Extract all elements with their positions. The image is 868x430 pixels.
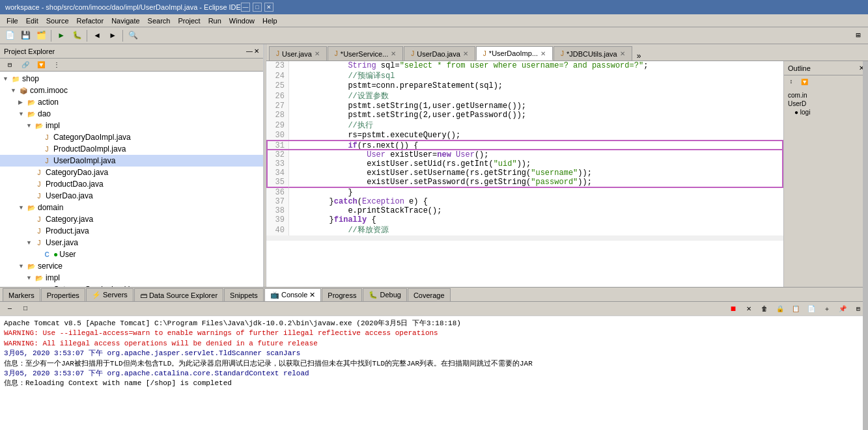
bottom-tab-servers[interactable]: ⚡ Servers (86, 288, 133, 301)
code-line-38: 38 e.printStackTrace(); (266, 206, 783, 215)
menu-help[interactable]: Help (259, 16, 281, 26)
tree-item-categorydaoimpl[interactable]: ▶ J CategoryDaoImpl.java (0, 131, 263, 143)
pe-menu-btn[interactable]: ⋮ (49, 59, 64, 72)
tree-item-productdaoimpl[interactable]: ▶ J ProductDaoImpl.java (0, 143, 263, 155)
tab-userdao[interactable]: J UserDao.java ✕ (404, 46, 475, 60)
console-copy-btn[interactable]: 📋 (789, 302, 803, 316)
console-minimize-btn[interactable]: — (3, 302, 17, 316)
menu-file[interactable]: File (3, 16, 22, 26)
outline-item-userd: UserD (787, 100, 865, 108)
tree-item-userdao[interactable]: ▶ J UserDao.java (0, 190, 263, 202)
debug-btn[interactable]: 🐛 (70, 29, 84, 42)
console-terminate-btn[interactable]: ✕ (742, 302, 756, 316)
code-editor[interactable]: 23 String sql="select * from user where … (266, 61, 783, 287)
menu-project[interactable]: Project (174, 16, 204, 26)
tab-close-userdao[interactable]: ✕ (463, 50, 468, 57)
code-line-32: 32 User existUser=new User(); (266, 150, 783, 159)
save-btn[interactable]: 💾 (18, 29, 33, 42)
bottom-tab-properties[interactable]: Properties (41, 288, 85, 301)
outline-sort-btn[interactable]: ↕ (785, 77, 797, 87)
tree-item-dao[interactable]: ▼ 📂 dao (0, 108, 263, 120)
pe-collapse-btn[interactable]: ⊟ (3, 59, 17, 72)
tree-item-user-java[interactable]: ▼ J User.java (0, 237, 263, 249)
console-info-1: 3月05, 2020 3:53:07 下午 org.apache.jasper.… (4, 349, 864, 358)
pe-filter-btn[interactable]: 🔽 (34, 59, 48, 72)
console-stop-btn[interactable]: ■ (726, 302, 740, 316)
outline-item-logi: ● logi (787, 108, 865, 116)
prev-btn[interactable]: ◀ (90, 29, 104, 42)
menu-refactor[interactable]: Refactor (73, 16, 108, 26)
console-content: Apache Tomcat v8.5 [Apache Tomcat] C:\Pr… (0, 316, 868, 430)
code-line-40: 40 //释放资源 (266, 224, 783, 235)
tree-item-service[interactable]: ▼ 📂 service (0, 260, 263, 272)
menu-source[interactable]: Source (42, 16, 73, 26)
menu-run[interactable]: Run (204, 16, 225, 26)
console-info-3: 3月05, 2020 3:53:07 下午 org.apache.catalin… (4, 369, 864, 379)
console-info-2: 信息：至少有一个JAR被扫描用于TLD但尚未包含TLD。为此记录器启用调试日志记… (4, 359, 864, 369)
outline-hide-btn[interactable]: 🔽 (798, 77, 810, 87)
code-line-30: 30 rs=pstmt.executeQuery(); (266, 131, 783, 140)
save-all-btn[interactable]: 🗂️ (34, 29, 48, 42)
window-controls: — □ ✕ (241, 3, 273, 12)
tab-close-userservice[interactable]: ✕ (391, 50, 396, 57)
tree-item-productdao[interactable]: ▶ J ProductDao.java (0, 178, 263, 190)
console-clear-btn[interactable]: 🗑 (757, 302, 772, 316)
tree-item-userdaoimpl[interactable]: ▶ J UserDaoImpl.java (0, 155, 263, 167)
outline-header: Outline ✕ (784, 61, 868, 75)
toolbar-sep1 (51, 30, 51, 42)
tab-user-java[interactable]: J User.java ✕ (269, 46, 327, 60)
tab-close-userdaoimpl[interactable]: ✕ (540, 50, 546, 57)
pe-tree: ▼ 📁 shop ▼ 📦 com.imooc ▶ 📂 action (0, 72, 263, 287)
console-toolbar: — □ ■ ✕ 🗑 🔒 📋 📄 ＋ 📌 ⊞ (0, 302, 868, 316)
tree-item-category[interactable]: ▶ J Category.java (0, 213, 263, 225)
menu-window[interactable]: Window (225, 16, 259, 26)
tree-item-user-class[interactable]: ▶ C ● User (0, 249, 263, 260)
menu-search[interactable]: Search (144, 16, 175, 26)
bottom-tab-debug[interactable]: 🐛 Debug (363, 288, 406, 301)
tree-item-action[interactable]: ▶ 📂 action (0, 96, 263, 108)
tree-item-service-impl[interactable]: ▼ 📂 impl (0, 272, 263, 284)
tree-item-domain[interactable]: ▼ 📂 domain (0, 202, 263, 213)
pe-minimize[interactable]: — (246, 47, 253, 55)
bottom-tab-markers[interactable]: Markers (3, 288, 40, 301)
tab-row: J User.java ✕ J *UserService... ✕ J User… (266, 44, 868, 61)
bottom-tab-snippets[interactable]: Snippets (224, 288, 264, 301)
search-btn[interactable]: 🔍 (126, 29, 140, 42)
run-btn[interactable]: ▶ (54, 29, 68, 42)
bottom-tab-progress[interactable]: Progress (322, 288, 362, 301)
maximize-btn[interactable]: □ (253, 3, 262, 12)
tab-userservice[interactable]: J *UserService... ✕ (328, 46, 403, 60)
tree-item-categorydao[interactable]: ▶ J CategoryDao.java (0, 167, 263, 178)
bottom-tab-coverage[interactable]: Coverage (408, 288, 451, 301)
tab-overflow[interactable]: » (633, 51, 645, 60)
next-btn[interactable]: ▶ (105, 29, 120, 42)
code-line-25: 25 pstmt=conn.prepareStatement(sql); (266, 81, 783, 90)
menu-edit[interactable]: Edit (22, 16, 42, 26)
console-new-btn[interactable]: ＋ (820, 302, 834, 316)
bottom-tab-datasource[interactable]: 🗃 Data Source Explorer (134, 288, 223, 301)
bottom-tab-console[interactable]: 📺 Console ✕ (264, 288, 321, 301)
pe-close[interactable]: ✕ (254, 47, 259, 55)
menu-navigate[interactable]: Navigate (107, 16, 143, 26)
pe-toolbar: ⊟ 🔗 🔽 ⋮ (0, 59, 263, 72)
tab-jdbcutils[interactable]: J *JDBCUtils.java ✕ (553, 46, 632, 60)
tree-item-product[interactable]: ▶ J Product.java (0, 225, 263, 237)
tree-item-src[interactable]: ▼ 📦 com.imooc (0, 85, 263, 96)
perspective-btn[interactable]: ⊞ (851, 29, 865, 42)
close-btn[interactable]: ✕ (264, 3, 273, 12)
tree-item-dao-impl[interactable]: ▼ 📂 impl (0, 120, 263, 131)
console-paste-btn[interactable]: 📄 (804, 302, 819, 316)
tab-userdaoimpl[interactable]: J *UserDaoImp... ✕ (476, 46, 553, 60)
console-scroll-lock-btn[interactable]: 🔒 (773, 302, 787, 316)
tree-item-shop[interactable]: ▼ 📁 shop (0, 73, 263, 85)
console-maximize-btn[interactable]: □ (18, 302, 33, 316)
pe-link-btn[interactable]: 🔗 (18, 59, 33, 72)
code-line-23: 23 String sql="select * from user where … (266, 61, 783, 70)
console-pin-btn[interactable]: 📌 (835, 302, 850, 316)
console-warning-1: WARNING: Use --illegal-access=warn to en… (4, 329, 864, 338)
tab-close-user[interactable]: ✕ (315, 50, 320, 57)
minimize-btn[interactable]: — (241, 3, 250, 12)
new-btn[interactable]: 📄 (3, 29, 17, 42)
outline-toolbar: ↕ 🔽 (784, 75, 868, 88)
tab-close-jdbcutils[interactable]: ✕ (620, 50, 625, 57)
